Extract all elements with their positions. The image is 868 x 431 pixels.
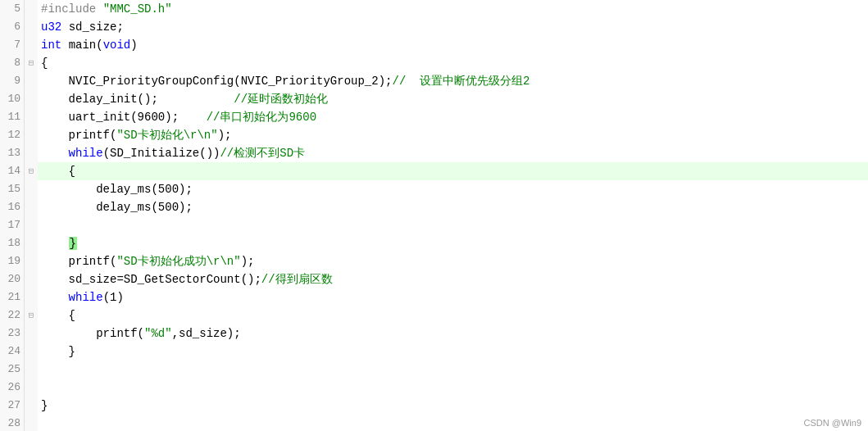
code-content: delay_init(); //延时函数初始化 [38, 90, 868, 108]
code-line: 14⊟ { [0, 162, 868, 180]
line-number: 6 [0, 18, 25, 36]
fold-indicator[interactable]: ⊟ [25, 306, 38, 324]
line-number: 28 [0, 415, 25, 431]
fold-indicator [25, 270, 38, 288]
code-content: u32 sd_size; [38, 18, 868, 36]
code-content: #include "MMC_SD.h" [38, 0, 868, 18]
fold-indicator [25, 379, 38, 397]
code-line: 21 while(1) [0, 288, 868, 306]
line-number: 7 [0, 36, 25, 54]
line-number: 14 [0, 162, 25, 180]
line-number: 9 [0, 72, 25, 90]
fold-indicator[interactable]: ⊟ [25, 162, 38, 180]
line-number: 11 [0, 108, 25, 126]
fold-indicator [25, 252, 38, 270]
code-line: 28 [0, 415, 868, 431]
line-number: 23 [0, 324, 25, 343]
code-line: 27} [0, 397, 868, 415]
code-content: delay_ms(500); [38, 180, 868, 198]
fold-indicator[interactable]: ⊟ [25, 54, 38, 72]
fold-indicator [25, 72, 38, 90]
code-area: 5#include "MMC_SD.h"6u32 sd_size;7int ma… [0, 0, 868, 431]
line-number: 5 [0, 0, 25, 18]
line-number: 24 [0, 343, 25, 361]
line-number: 16 [0, 198, 25, 216]
fold-indicator [25, 18, 38, 36]
line-number: 17 [0, 216, 25, 234]
code-line: 12 printf("SD卡初始化\r\n"); [0, 126, 868, 144]
line-number: 26 [0, 379, 25, 397]
code-line: 19 printf("SD卡初始化成功\r\n"); [0, 252, 868, 270]
code-content: int main(void) [38, 36, 868, 54]
code-content: { [38, 162, 868, 180]
code-content: uart_init(9600); //串口初始化为9600 [38, 108, 868, 126]
fold-indicator [25, 108, 38, 126]
line-number: 10 [0, 90, 25, 108]
code-line: 23 printf("%d",sd_size); [0, 324, 868, 343]
fold-indicator [25, 0, 38, 18]
code-content [38, 379, 868, 397]
code-line: 22⊟ { [0, 306, 868, 324]
code-line: 7int main(void) [0, 36, 868, 54]
fold-indicator [25, 288, 38, 306]
fold-indicator [25, 126, 38, 144]
fold-indicator [25, 343, 38, 361]
code-line: 6u32 sd_size; [0, 18, 868, 36]
code-content: } [38, 234, 868, 252]
line-number: 12 [0, 126, 25, 144]
code-content: } [38, 397, 868, 415]
code-line: 15 delay_ms(500); [0, 180, 868, 198]
fold-indicator [25, 234, 38, 252]
line-number: 20 [0, 270, 25, 288]
code-content [38, 216, 868, 234]
code-content: { [38, 54, 868, 72]
line-number: 27 [0, 397, 25, 415]
code-line: 25 [0, 361, 868, 379]
code-content: while(1) [38, 288, 868, 306]
line-number: 21 [0, 288, 25, 306]
code-content: printf("SD卡初始化成功\r\n"); [38, 252, 868, 270]
watermark: CSDN @Win9 [804, 418, 861, 428]
line-number: 13 [0, 144, 25, 162]
code-content: sd_size=SD_GetSectorCount();//得到扇区数 [38, 270, 868, 288]
code-content: printf("SD卡初始化\r\n"); [38, 126, 868, 144]
fold-indicator [25, 361, 38, 379]
code-line: 24 } [0, 343, 868, 361]
code-line: 11 uart_init(9600); //串口初始化为9600 [0, 108, 868, 126]
code-content [38, 361, 868, 379]
code-line: 9 NVIC_PriorityGroupConfig(NVIC_Priority… [0, 72, 868, 90]
line-number: 18 [0, 234, 25, 252]
code-line: 13 while(SD_Initialize())//检测不到SD卡 [0, 144, 868, 162]
fold-indicator [25, 36, 38, 54]
code-content: { [38, 306, 868, 324]
code-content: while(SD_Initialize())//检测不到SD卡 [38, 144, 868, 162]
code-line: 16 delay_ms(500); [0, 198, 868, 216]
fold-indicator [25, 216, 38, 234]
fold-indicator [25, 397, 38, 415]
code-line: 26 [0, 379, 868, 397]
line-number: 22 [0, 306, 25, 324]
code-line: 10 delay_init(); //延时函数初始化 [0, 90, 868, 108]
line-number: 8 [0, 54, 25, 72]
fold-indicator [25, 144, 38, 162]
fold-indicator [25, 415, 38, 431]
fold-indicator [25, 198, 38, 216]
code-content: delay_ms(500); [38, 198, 868, 216]
code-content: NVIC_PriorityGroupConfig(NVIC_PriorityGr… [38, 72, 868, 90]
fold-indicator [25, 90, 38, 108]
code-content: } [38, 343, 868, 361]
code-line: 17 [0, 216, 868, 234]
code-line: 18 } [0, 234, 868, 252]
code-content: printf("%d",sd_size); [38, 324, 868, 343]
line-number: 15 [0, 180, 25, 198]
line-number: 25 [0, 361, 25, 379]
code-line: 5#include "MMC_SD.h" [0, 0, 868, 18]
code-editor: 5#include "MMC_SD.h"6u32 sd_size;7int ma… [0, 0, 868, 431]
code-line: 20 sd_size=SD_GetSectorCount();//得到扇区数 [0, 270, 868, 288]
fold-indicator [25, 180, 38, 198]
line-number: 19 [0, 252, 25, 270]
fold-indicator [25, 324, 38, 343]
code-content [38, 415, 868, 431]
code-line: 8⊟{ [0, 54, 868, 72]
